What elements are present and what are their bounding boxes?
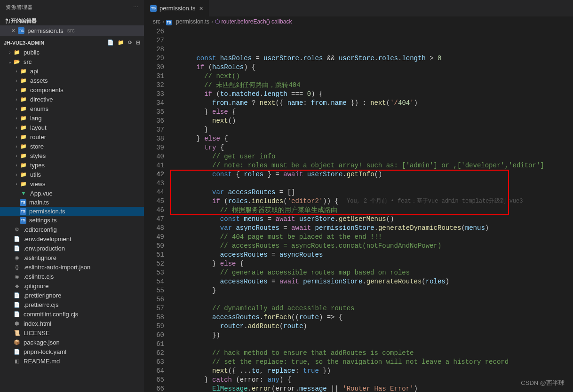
folder-item[interactable]: ›📁components [0, 85, 144, 94]
collapse-icon[interactable]: ⊟ [136, 39, 140, 46]
folder-item[interactable]: ›📁styles [0, 151, 144, 160]
tree-item-label: .prettierignore [24, 292, 61, 299]
code-line[interactable]: }) [173, 331, 573, 340]
tree-item-label: .editorconfig [24, 226, 57, 233]
new-file-icon[interactable]: 📄 [107, 39, 114, 46]
folder-item[interactable]: ›📁router [0, 132, 144, 141]
file-item[interactable]: 📄pnpm-lock.yaml [0, 347, 144, 356]
folder-item[interactable]: ›📁public [0, 47, 144, 57]
code-line[interactable]: from.name ? next({ name: from.name }) : … [173, 99, 573, 108]
close-icon[interactable]: × [199, 5, 203, 12]
breadcrumb-item[interactable]: src [153, 18, 160, 25]
file-item[interactable]: TSmain.ts [0, 198, 144, 207]
file-item[interactable]: ▼App.vue [0, 188, 144, 198]
code-line[interactable]: next() [173, 117, 573, 125]
code-line[interactable]: } catch (error: any) { [173, 376, 573, 384]
code-line[interactable]: } [173, 286, 573, 295]
folder-item[interactable]: ›📁store [0, 141, 144, 151]
code-line[interactable]: ElMessage.error(error.message || 'Router… [173, 384, 573, 392]
file-item[interactable]: 📄.env.development [0, 234, 144, 243]
code-line[interactable]: if (hasRoles) { [173, 63, 573, 72]
file-item[interactable]: ◉.eslintignore [0, 253, 144, 262]
code-line[interactable]: var asyncRoutes = await permissionStore.… [173, 224, 573, 233]
code-line[interactable]: // dynamically add accessible routes [173, 304, 573, 313]
open-editor-item[interactable]: ×TSpermission.tssrc [0, 25, 144, 36]
tree-item-label: api [30, 68, 38, 75]
editor-tab[interactable]: TS permission.ts × [144, 0, 209, 16]
code-line[interactable]: try { [173, 143, 573, 152]
code-line[interactable]: // note: roles must be a object array! s… [173, 161, 573, 170]
code-line[interactable]: next({ ...to, replace: true }) [173, 367, 573, 376]
code-line[interactable] [173, 179, 573, 188]
folder-item[interactable]: ›📁layout [0, 123, 144, 132]
file-item[interactable]: 📄.env.production [0, 243, 144, 253]
code-line[interactable]: if (roles.includes('editor2')) {You, 2 个… [173, 197, 573, 206]
folder-item[interactable]: ›📁api [0, 66, 144, 76]
ts-icon: TS [20, 199, 26, 206]
file-item[interactable]: ◆.gitignore [0, 281, 144, 290]
folder-item[interactable]: ›📁types [0, 160, 144, 170]
code-line[interactable]: } else { [173, 108, 573, 117]
breadcrumb-item[interactable]: ⬡ router.beforeEach() callback [215, 18, 292, 25]
code-line[interactable] [173, 340, 573, 349]
code-line[interactable]: // generate accessible routes map based … [173, 268, 573, 277]
file-item[interactable]: {}.eslintrc-auto-import.json [0, 262, 144, 272]
file-item[interactable]: ⚙.editorconfig [0, 225, 144, 234]
code-line[interactable]: accessRoutes = await permissionStore.gen… [173, 277, 573, 286]
file-item[interactable]: 📄.prettierignore [0, 290, 144, 300]
code-line[interactable]: // next() [173, 72, 573, 81]
close-icon[interactable]: × [11, 27, 15, 34]
code-line[interactable]: // 未匹配到任何路由，跳转404 [173, 81, 573, 90]
code-line[interactable]: } else { [173, 134, 573, 143]
code-line[interactable]: const { roles } = await userStore.getInf… [173, 170, 573, 179]
file-item[interactable]: 📄.prettierrc.cjs [0, 300, 144, 309]
code-line[interactable]: router.addRoute(route) [173, 322, 573, 331]
file-item[interactable]: 📦package.json [0, 337, 144, 347]
refresh-icon[interactable]: ⟳ [128, 39, 132, 46]
code-line[interactable]: if (to.matched.length === 0) { [173, 90, 573, 99]
chevron-icon: › [13, 163, 20, 168]
file-item[interactable]: TSsettings.ts [0, 216, 144, 225]
code-line[interactable]: // 404 page must be placed at the end !!… [173, 233, 573, 242]
file-item[interactable]: ◉.eslintrc.cjs [0, 272, 144, 281]
more-icon[interactable]: ⋯ [133, 4, 139, 10]
folder-item[interactable]: ›📁directive [0, 94, 144, 104]
new-folder-icon[interactable]: 📁 [118, 39, 124, 46]
tree-item-label: lang [30, 115, 42, 122]
file-item[interactable]: TSpermission.ts [0, 207, 144, 216]
open-editors-label[interactable]: 打开的编辑器 [0, 16, 144, 25]
file-item[interactable]: 📄commitlint.config.cjs [0, 309, 144, 319]
tree-item-label: App.vue [30, 190, 53, 197]
code-line[interactable]: // hack method to ensure that addRoutes … [173, 349, 573, 358]
folder-item[interactable]: ›📁lang [0, 113, 144, 123]
code-line[interactable]: accessRoutes = asyncRoutes [173, 251, 573, 259]
folder-item[interactable]: ⌄📂src [0, 57, 144, 66]
code-line[interactable]: // set the replace: true, so the navigat… [173, 358, 573, 367]
code-line[interactable]: // get user info [173, 152, 573, 161]
code-line[interactable]: var accessRoutes = [] [173, 188, 573, 197]
code-line[interactable]: const hasRoles = userStore.roles && user… [173, 54, 573, 63]
code-line[interactable]: } [173, 125, 573, 134]
file-icon: {} [13, 263, 21, 271]
chevron-icon: › [13, 69, 20, 74]
code-line[interactable]: } else { [173, 259, 573, 268]
file-item[interactable]: 📜LICENSE [0, 328, 144, 337]
code-line[interactable]: // 根据服务器获取的用户菜单生成路由 [173, 206, 573, 215]
folder-item[interactable]: ›📁enums [0, 104, 144, 113]
breadcrumb-item[interactable]: TS permission.ts [166, 18, 209, 25]
file-item[interactable]: ⬢index.html [0, 319, 144, 328]
code-line[interactable] [173, 295, 573, 304]
folder-item[interactable]: ›📁views [0, 179, 144, 188]
folder-item[interactable]: ›📁assets [0, 76, 144, 85]
folder-item[interactable]: ›📁utils [0, 170, 144, 179]
code-line[interactable]: const menus = await userStore.getUserMen… [173, 215, 573, 224]
file-tree[interactable]: ›📁public⌄📂src›📁api›📁assets›📁components›📁… [0, 47, 144, 392]
editor-item-dir: src [67, 27, 75, 34]
project-header[interactable]: JH-VUE3-ADMIN 📄 📁 ⟳ ⊟ [0, 38, 144, 47]
file-item[interactable]: ◧README.md [0, 356, 144, 366]
code-line[interactable]: accessRoutes.forEach((route) => { [173, 313, 573, 322]
code-line[interactable]: // accessRoutes = asyncRoutes.concat(not… [173, 242, 573, 251]
breadcrumbs[interactable]: src›TS permission.ts›⬡ router.beforeEach… [144, 16, 573, 27]
code-content[interactable]: const hasRoles = userStore.roles && user… [173, 27, 573, 392]
code-editor[interactable]: 2627282930313233343536373839404142434445… [144, 27, 573, 392]
